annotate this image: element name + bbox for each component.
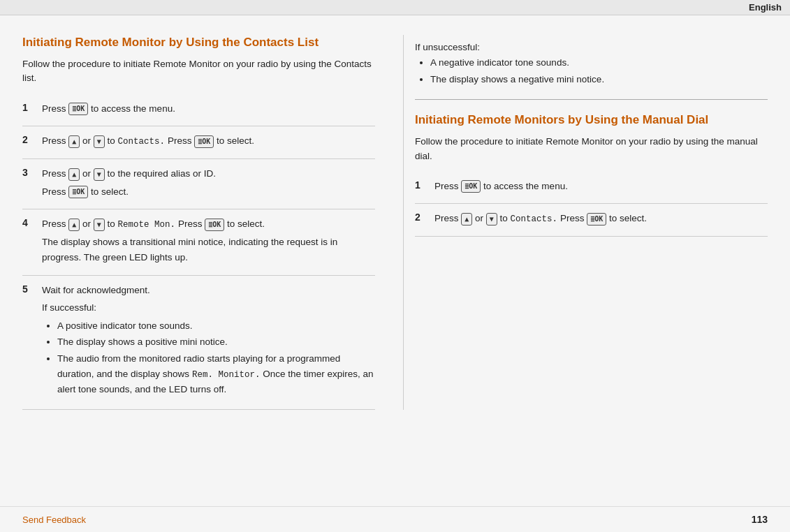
contacts-mono-rs2: Contacts.: [511, 214, 558, 224]
step-1-line-1: Press ≣OK to access the menu.: [42, 101, 375, 117]
unsuccessful-bullet-2: The display shows a negative mini notice…: [430, 72, 768, 87]
right-step-2-line-1: Press ▲ or ▼ to Contacts. Press ≣OK to s…: [434, 211, 768, 226]
success-bullet-2: The display shows a positive mini notice…: [57, 334, 375, 350]
ok-button-icon-s1: ≣OK: [68, 103, 88, 115]
right-section-title: Initiating Remote Monitors by Using the …: [415, 112, 768, 128]
ok-button-icon-s2: ≣OK: [194, 135, 214, 148]
step-4-line-2: The display shows a transitional mini no…: [42, 235, 375, 265]
send-feedback-link[interactable]: Send Feedback: [22, 515, 86, 525]
left-intro: Follow the procedure to initiate Remote …: [22, 57, 375, 86]
rem-monitor-mono: Rem. Monitor.: [192, 370, 261, 380]
success-bullets: A positive indicator tone sounds. The di…: [42, 318, 375, 397]
step-5-line-1: Wait for acknowledgment.: [42, 283, 375, 298]
success-bullet-3: The audio from the monitored radio start…: [57, 351, 375, 397]
right-step-2-body: Press ▲ or ▼ to Contacts. Press ≣OK to s…: [434, 211, 768, 229]
down-button-icon-s4: ▼: [94, 219, 105, 231]
left-steps-list: 1 Press ≣OK to access the menu. 2 Press …: [22, 94, 375, 411]
right-step-1-number: 1: [415, 179, 427, 191]
up-button-icon-s3: ▲: [68, 168, 80, 181]
right-step-1-body: Press ≣OK to access the menu.: [434, 179, 768, 197]
step-2: 2 Press ▲ or ▼ to Contacts. Press ≣OK to…: [22, 126, 375, 159]
step-5-line-2: If successful:: [42, 300, 375, 316]
down-button-icon-s3: ▼: [94, 168, 105, 181]
step-3-line-2: Press ≣OK to select.: [42, 184, 375, 200]
success-bullet-1: A positive indicator tone sounds.: [57, 318, 375, 334]
right-intro: Follow the procedure to initiate Remote …: [415, 135, 768, 163]
step-2-line-1: Press ▲ or ▼ to Contacts. Press ≣OK to s…: [42, 133, 375, 149]
unsuccessful-bullet-1: A negative indicator tone sounds.: [430, 55, 768, 71]
right-column: If unsuccessful: A negative indicator to…: [403, 35, 768, 410]
right-divider: [415, 99, 768, 100]
up-button-icon-rs2: ▲: [461, 213, 472, 226]
step-5: 5 Wait for acknowledgment. If successful…: [22, 276, 375, 411]
step-3: 3 Press ▲ or ▼ to the required alias or …: [22, 159, 375, 209]
step-3-body: Press ▲ or ▼ to the required alias or ID…: [42, 166, 375, 202]
down-button-icon-rs2: ▼: [486, 213, 497, 226]
right-step-2-number: 2: [415, 211, 427, 223]
page-number: 113: [752, 514, 768, 525]
up-button-icon-s2: ▲: [68, 135, 80, 148]
step-3-line-1: Press ▲ or ▼ to the required alias or ID…: [42, 166, 375, 182]
unsuccessful-bullets: A negative indicator tone sounds. The di…: [415, 55, 768, 87]
step-5-body: Wait for acknowledgment. If successful: …: [42, 283, 375, 403]
ok-button-icon-s3b: ≣OK: [68, 186, 88, 198]
step-4-body: Press ▲ or ▼ to Remote Mon. Press ≣OK to…: [42, 216, 375, 267]
remotemon-mono-s4: Remote Mon.: [118, 220, 176, 230]
step-1: 1 Press ≣OK to access the menu.: [22, 94, 375, 127]
down-button-icon-s2: ▼: [94, 135, 105, 148]
language-label: English: [749, 2, 782, 13]
right-step-1: 1 Press ≣OK to access the menu.: [415, 172, 768, 205]
unsuccessful-label: If unsuccessful:: [415, 42, 768, 52]
step-3-number: 3: [22, 166, 35, 178]
footer: Send Feedback 113: [0, 506, 790, 532]
step-4: 4 Press ▲ or ▼ to Remote Mon. Press ≣OK …: [22, 209, 375, 275]
unsuccessful-section: If unsuccessful: A negative indicator to…: [415, 35, 768, 87]
page-content: Initiating Remote Monitor by Using the C…: [0, 15, 790, 432]
contacts-mono-s2: Contacts.: [118, 137, 166, 147]
up-button-icon-s4: ▲: [68, 219, 80, 231]
step-2-number: 2: [22, 133, 35, 145]
ok-button-icon-s4: ≣OK: [205, 219, 224, 231]
left-column: Initiating Remote Monitor by Using the C…: [22, 35, 375, 410]
right-step-1-line-1: Press ≣OK to access the menu.: [434, 179, 768, 194]
step-4-line-1: Press ▲ or ▼ to Remote Mon. Press ≣OK to…: [42, 216, 375, 232]
ok-button-icon-rs1: ≣OK: [461, 180, 481, 193]
top-bar: English: [0, 0, 790, 15]
ok-button-icon-rs2: ≣OK: [587, 213, 606, 226]
step-2-body: Press ▲ or ▼ to Contacts. Press ≣OK to s…: [42, 133, 375, 152]
step-1-number: 1: [22, 101, 35, 113]
step-4-number: 4: [22, 216, 35, 228]
right-step-2: 2 Press ▲ or ▼ to Contacts. Press ≣OK to…: [415, 204, 768, 237]
step-1-body: Press ≣OK to access the menu.: [42, 101, 375, 119]
right-steps-list: 1 Press ≣OK to access the menu. 2 Press …: [415, 172, 768, 237]
step-5-number: 5: [22, 283, 35, 295]
left-section-title: Initiating Remote Monitor by Using the C…: [22, 35, 375, 50]
